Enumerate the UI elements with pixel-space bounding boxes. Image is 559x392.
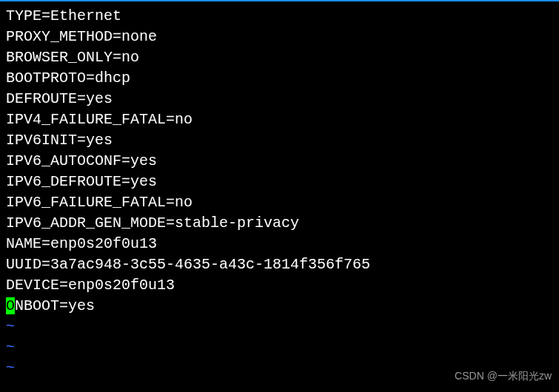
config-line: IPV6INIT=yes bbox=[6, 130, 553, 151]
config-line: DEFROUTE=yes bbox=[6, 89, 553, 109]
cursor: O bbox=[6, 297, 15, 314]
config-line: IPV6_DEFROUTE=yes bbox=[6, 172, 553, 192]
config-line: DEVICE=enp0s20f0u13 bbox=[6, 275, 553, 296]
empty-line-tilde: ~ bbox=[6, 317, 553, 337]
watermark: CSDN @一米阳光zw bbox=[455, 365, 552, 386]
config-line: IPV6_FAILURE_FATAL=no bbox=[6, 192, 553, 213]
config-line: IPV6_AUTOCONF=yes bbox=[6, 151, 553, 172]
empty-line-tilde: ~ bbox=[6, 337, 553, 358]
config-line-with-cursor: ONBOOT=yes bbox=[6, 296, 553, 317]
config-line: IPV4_FAILURE_FATAL=no bbox=[6, 109, 553, 130]
vi-editor-buffer[interactable]: TYPE=Ethernet PROXY_METHOD=none BROWSER_… bbox=[0, 1, 559, 383]
config-line: BOOTPROTO=dhcp bbox=[6, 68, 553, 89]
config-line: TYPE=Ethernet bbox=[6, 6, 553, 27]
config-line: PROXY_METHOD=none bbox=[6, 27, 553, 47]
config-line: BROWSER_ONLY=no bbox=[6, 47, 553, 68]
config-line: IPV6_ADDR_GEN_MODE=stable-privacy bbox=[6, 213, 553, 234]
config-line: NAME=enp0s20f0u13 bbox=[6, 234, 553, 254]
config-line-rest: NBOOT=yes bbox=[15, 297, 95, 314]
config-line: UUID=3a7ac948-3c55-4635-a43c-1814f356f76… bbox=[6, 254, 553, 275]
